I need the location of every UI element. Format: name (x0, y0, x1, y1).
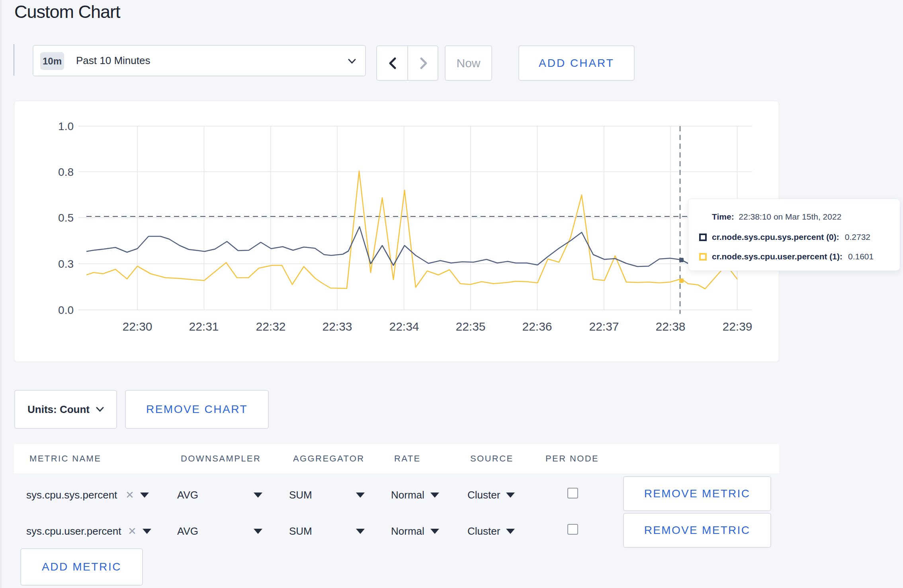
svg-text:22:39: 22:39 (722, 320, 752, 333)
svg-text:22:31: 22:31 (189, 320, 219, 333)
svg-text:0.8: 0.8 (58, 166, 74, 178)
svg-text:0.5: 0.5 (58, 212, 74, 224)
svg-text:22:32: 22:32 (256, 320, 285, 333)
svg-text:22:35: 22:35 (455, 320, 485, 333)
svg-text:0.3: 0.3 (58, 258, 74, 270)
svg-text:0.0: 0.0 (58, 304, 74, 316)
svg-text:22:30: 22:30 (122, 320, 152, 333)
svg-text:22:38: 22:38 (655, 320, 685, 333)
svg-text:22:34: 22:34 (389, 320, 419, 333)
svg-text:22:37: 22:37 (589, 320, 619, 333)
svg-text:22:36: 22:36 (522, 320, 552, 333)
svg-text:1.0: 1.0 (58, 120, 74, 132)
svg-text:22:33: 22:33 (322, 320, 352, 333)
